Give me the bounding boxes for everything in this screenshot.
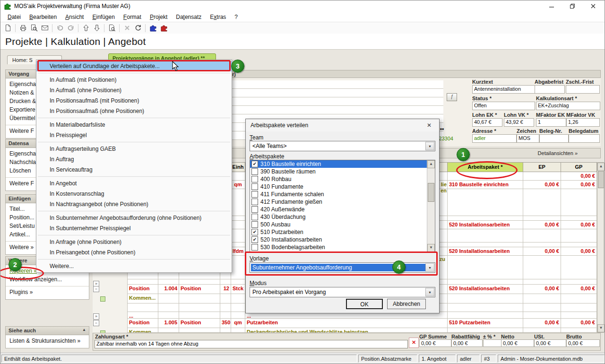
package-item-530-bodenbelagsarbeiten[interactable]: 530 Bodenbelagsarbeiten: [250, 243, 435, 251]
zeichen-field[interactable]: MOS: [517, 134, 539, 143]
grid-header-einheit[interactable]: Einh: [231, 162, 245, 172]
context-menu-item-in-serviceauftrag[interactable]: In Serviceauftrag: [36, 165, 232, 175]
checkbox-icon[interactable]: [251, 191, 258, 198]
beleg-nr-field[interactable]: [539, 134, 569, 143]
context-menu-item-in-subunternehmer-angebotsaufforderung-o[interactable]: In Subunternehmer Angebotsaufforderung (…: [36, 213, 232, 223]
menu-help[interactable]: ?: [230, 13, 242, 21]
package-item-310-baustelle-einrichten[interactable]: ✔310 Baustelle einrichten: [250, 160, 435, 168]
tab-active-document[interactable]: Projektvorgänge in Angebot (adler) **: [108, 53, 216, 60]
context-menu-item-in-preisangebot-ohne-positionen[interactable]: In Preisangebot (ohne Positionen): [36, 247, 232, 258]
context-menu-item-in-materialbedarfsliste[interactable]: In Materialbedarfsliste: [36, 120, 232, 130]
context-menu-item-in-kostenvoranschlag[interactable]: In Kostenvoranschlag: [36, 189, 232, 199]
tree-comment-icon[interactable]: [100, 296, 105, 302]
grid-cell-desc[interactable]: Putzarbeiten: [245, 319, 448, 328]
adresse-field[interactable]: adler: [472, 134, 517, 143]
sidebar-item-listen-strukturansichten[interactable]: Listen & Strukturansichten »: [6, 337, 89, 346]
grid-cell-num[interactable]: 1.004: [158, 285, 179, 294]
context-menu-item-in-aufmaß-mit-positionen[interactable]: In Aufmaß (mit Positionen): [36, 75, 232, 85]
grid-cell-gp[interactable]: 0,00 €: [561, 285, 597, 294]
dialog-close-icon[interactable]: ✕: [419, 119, 439, 131]
context-menu-item-in-auftrag[interactable]: In Auftrag: [36, 154, 232, 165]
print-preview-icon[interactable]: [28, 23, 39, 33]
context-menu-item-in-angebot[interactable]: In Angebot: [36, 178, 232, 189]
scroll-down-icon[interactable]: ▼: [597, 324, 605, 332]
cancel-icon[interactable]: [121, 23, 132, 33]
team-dropdown-icon[interactable]: ▼: [425, 142, 434, 150]
context-menu-item-in-aufmaß-ohne-positionen[interactable]: In Aufmaß (ohne Positionen): [36, 85, 232, 95]
context-menu-item-in-positionsaufmaß-mit-positionen[interactable]: In Positionsaufmaß (mit Positionen): [36, 95, 232, 106]
belegdatum-field[interactable]: [569, 134, 600, 143]
checkbox-checked-icon[interactable]: ✔: [251, 236, 258, 243]
new-document-icon[interactable]: [2, 23, 13, 33]
grid-cell-qty[interactable]: 350: [220, 319, 231, 328]
context-menu-item-in-preisspiegel[interactable]: In Preisspiegel: [36, 130, 232, 140]
listbox-scroll-up-icon[interactable]: ▲: [427, 160, 435, 168]
menu-bearbeiten[interactable]: Bearbeiten: [25, 13, 61, 21]
mfaktor-ek-field[interactable]: 1: [536, 118, 566, 127]
detailansichten-link[interactable]: Detailansichten »: [538, 150, 578, 156]
grid-cell-desc[interactable]: Deckendruchbrüche und Wandschlitze beinu…: [245, 328, 448, 333]
zschl-frist-field[interactable]: [566, 85, 600, 94]
grid-cell-gp[interactable]: 0,00 €: [561, 221, 597, 229]
context-menu-item-in-positionsaufmaß-ohne-positionen[interactable]: In Positionsaufmaß (ohne Positionen): [36, 106, 232, 116]
arbeitspakete-listbox[interactable]: ✔310 Baustelle einrichten390 Baustelle r…: [250, 160, 435, 252]
plusminus-field[interactable]: [483, 339, 501, 347]
checkbox-icon[interactable]: [251, 168, 258, 175]
grid-cell-typ[interactable]: Position: [179, 285, 220, 294]
lohn-ek-field[interactable]: 40,67 €: [472, 118, 502, 127]
package-item-520-installationsarbeiten[interactable]: ✔520 Installationsarbeiten: [250, 236, 435, 243]
menu-extras[interactable]: Extras: [206, 13, 230, 21]
team-dropdown[interactable]: <Alle Teams> ▼: [250, 141, 435, 151]
listbox-scroll-thumb[interactable]: [428, 183, 434, 202]
zahlungsart-field[interactable]: Zahlbar innerhalb von 14 Tagen ohne Abzu…: [95, 340, 408, 348]
modus-dropdown[interactable]: Pro Arbeitspaket ein Vorgang ▼: [250, 287, 435, 297]
context-menu-item-in-anfrage-ohne-positionen[interactable]: In Anfrage (ohne Positionen): [36, 237, 232, 247]
context-menu-item-in-subunternehmer-preisspiegel[interactable]: In Subunternehmer Preisspiegel: [36, 223, 232, 234]
grid-cell-num[interactable]: 1.005: [158, 319, 179, 328]
menu-projekt[interactable]: Projekt: [146, 13, 172, 21]
grid-cell-label[interactable]: Kommen...: [127, 294, 158, 303]
undo-icon[interactable]: [54, 23, 65, 33]
package-item-500-ausbau[interactable]: 500 Ausbau: [250, 221, 435, 228]
checkbox-icon[interactable]: [251, 214, 258, 220]
grid-cell-label[interactable]: ...: [127, 279, 158, 285]
checkbox-icon[interactable]: [251, 199, 258, 205]
grid-cell-ep[interactable]: 0,00 €: [523, 221, 561, 229]
menu-einfügen[interactable]: Einfügen: [88, 13, 119, 21]
checkbox-icon[interactable]: [251, 221, 258, 228]
grid-cell-wp[interactable]: 310 Baustelle einrichten: [448, 181, 523, 189]
grid-scrollbar[interactable]: ▲ ▼: [597, 162, 604, 333]
context-menu-item-in-nachtragsangebot-ohne-positionen[interactable]: In Nachtragsangebot (ohne Positionen): [36, 199, 232, 209]
listbox-scroll-down-icon[interactable]: ▼: [427, 244, 435, 252]
close-icon[interactable]: [583, 0, 604, 12]
grid-cell-ep[interactable]: 0,00 €: [523, 319, 561, 328]
puzzle-red-icon[interactable]: [158, 23, 169, 33]
checkbox-icon[interactable]: [251, 244, 258, 251]
grid-cell-gp[interactable]: 0,00 €: [561, 247, 597, 256]
cancel-button[interactable]: Abbrechen: [387, 299, 426, 309]
context-menu-item-in-auftragserteilung-gaeb[interactable]: In Auftragserteilung GAEB: [36, 144, 232, 154]
remove-row-icon[interactable]: ✕: [409, 338, 419, 348]
kalkulationsart-field[interactable]: EK+Zuschlag: [536, 102, 600, 110]
abgabefrist-field[interactable]: [535, 85, 565, 94]
checkbox-checked-icon[interactable]: ✔: [251, 161, 258, 167]
grid-cell-wp[interactable]: 520 Installationsarbeiten: [448, 285, 523, 294]
menu-datei[interactable]: Datei: [3, 13, 25, 21]
grid-cell-typ[interactable]: Position: [179, 319, 220, 328]
grid-cell-gp[interactable]: 0,00 €: [561, 172, 597, 181]
checkbox-checked-icon[interactable]: ✔: [251, 229, 258, 235]
listbox-scrollbar[interactable]: ▲ ▼: [427, 160, 435, 252]
grid-cell-wp[interactable]: 520 Installationsarbeiten: [448, 247, 523, 256]
modus-dropdown-icon[interactable]: ▼: [425, 288, 434, 296]
ok-button[interactable]: OK: [346, 299, 383, 309]
print-icon[interactable]: [17, 23, 28, 33]
grid-cell-label[interactable]: ...: [127, 312, 158, 319]
grid-cell-unit[interactable]: qm: [231, 181, 245, 189]
tree-collapse-node-icon[interactable]: −: [93, 320, 99, 326]
formula-icon[interactable]: ƒ: [447, 93, 457, 101]
package-item-411-fundamente-schalen[interactable]: 411 Fundamente schalen: [250, 191, 435, 198]
sidebar-item-plugins[interactable]: Plugins »: [6, 288, 89, 297]
grid-cell-wp[interactable]: 520 Installationsarbeiten: [448, 221, 523, 229]
scroll-up-icon[interactable]: ▲: [597, 163, 605, 171]
grid-cell-label[interactable]: Position: [127, 319, 158, 328]
